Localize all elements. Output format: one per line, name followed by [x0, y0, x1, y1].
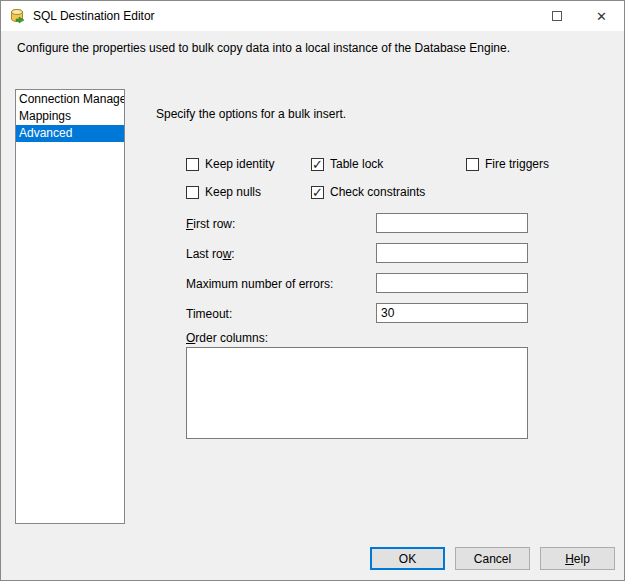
- dialog-description: Configure the properties used to bulk co…: [17, 41, 612, 55]
- fire-triggers-checkbox[interactable]: [466, 158, 479, 171]
- fire-triggers-label: Fire triggers: [485, 157, 549, 171]
- check-constraints-checkbox[interactable]: [311, 186, 324, 199]
- keep-identity-checkbox[interactable]: [186, 158, 199, 171]
- help-button[interactable]: Help: [540, 547, 615, 570]
- checkbox-fire-triggers[interactable]: Fire triggers: [466, 157, 549, 171]
- table-lock-label: Table lock: [330, 157, 383, 171]
- checkbox-check-constraints[interactable]: Check constraints: [311, 185, 425, 199]
- maximize-icon: [552, 11, 562, 21]
- maximize-button[interactable]: [534, 1, 579, 31]
- checkbox-keep-nulls[interactable]: Keep nulls: [186, 185, 261, 199]
- keep-identity-label: Keep identity: [205, 157, 274, 171]
- checkbox-table-lock[interactable]: Table lock: [311, 157, 383, 171]
- sidebar-item-advanced[interactable]: Advanced: [16, 125, 124, 142]
- order-columns-textarea[interactable]: [186, 347, 528, 439]
- last-row-input[interactable]: [376, 243, 528, 263]
- page-list: Connection Manager Mappings Advanced: [15, 89, 125, 524]
- sql-destination-editor-dialog: SQL Destination Editor ✕ Configure the p…: [0, 0, 625, 581]
- sidebar-item-connection-manager[interactable]: Connection Manager: [16, 91, 124, 108]
- keep-nulls-checkbox[interactable]: [186, 186, 199, 199]
- order-columns-label: Order columns:: [186, 331, 268, 345]
- first-row-label: First row:: [186, 217, 235, 231]
- bulk-insert-instruction: Specify the options for a bulk insert.: [156, 107, 346, 121]
- last-row-label: Last row:: [186, 247, 235, 261]
- first-row-input[interactable]: [376, 213, 528, 233]
- title-bar: SQL Destination Editor ✕: [1, 1, 624, 31]
- max-errors-label: Maximum number of errors:: [186, 277, 333, 291]
- window-controls: ✕: [534, 1, 624, 31]
- ok-button[interactable]: OK: [370, 547, 445, 570]
- sidebar-item-mappings[interactable]: Mappings: [16, 108, 124, 125]
- close-button[interactable]: ✕: [579, 1, 624, 31]
- close-icon: ✕: [596, 10, 607, 23]
- keep-nulls-label: Keep nulls: [205, 185, 261, 199]
- window-title: SQL Destination Editor: [33, 9, 155, 23]
- timeout-label: Timeout:: [186, 307, 232, 321]
- timeout-input[interactable]: [376, 303, 528, 323]
- max-errors-input[interactable]: [376, 273, 528, 293]
- checkbox-keep-identity[interactable]: Keep identity: [186, 157, 274, 171]
- table-lock-checkbox[interactable]: [311, 158, 324, 171]
- database-icon: [10, 8, 26, 24]
- check-constraints-label: Check constraints: [330, 185, 425, 199]
- cancel-button[interactable]: Cancel: [455, 547, 530, 570]
